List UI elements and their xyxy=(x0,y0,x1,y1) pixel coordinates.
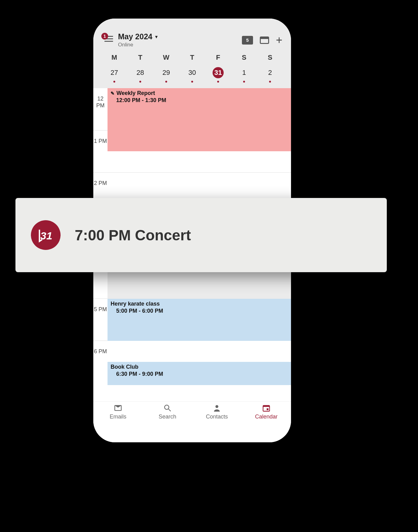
date-cell[interactable]: 30 xyxy=(179,67,205,83)
hour-label: 6 PM xyxy=(93,341,108,355)
tab-contacts[interactable]: Contacts xyxy=(192,404,242,442)
calendar-icon xyxy=(261,404,272,412)
pencil-icon: ✎ xyxy=(111,91,115,96)
calendar-app-icon: 31 xyxy=(31,220,61,250)
weekday-label: W xyxy=(153,54,179,62)
date-cell[interactable]: 1 xyxy=(231,67,257,83)
menu-button[interactable]: 1 xyxy=(104,36,115,45)
header-top-row: 1 May 2024 ▼ Online 5 + xyxy=(99,32,285,48)
event-dot xyxy=(269,81,271,83)
hour-label: 2 PM xyxy=(93,173,108,187)
tab-label: Calendar xyxy=(255,414,277,420)
notification-banner[interactable]: 31 7:00 PM Concert xyxy=(15,198,387,272)
search-icon xyxy=(162,404,173,412)
date-cell[interactable]: 2 xyxy=(257,67,283,83)
tab-label: Search xyxy=(158,414,176,420)
add-event-button[interactable]: + xyxy=(276,35,282,46)
weekday-label: M xyxy=(101,54,127,62)
svg-point-0 xyxy=(165,405,169,410)
month-title: May 2024 xyxy=(118,32,152,41)
hour-label: 12 PM xyxy=(93,88,108,109)
date-cell[interactable]: 31 xyxy=(205,67,231,83)
day-count-badge[interactable]: 5 xyxy=(242,36,253,45)
event-dot xyxy=(139,81,141,83)
date-row: 27 28 29 30 31 1 2 xyxy=(99,65,285,86)
header-actions: 5 + xyxy=(242,35,282,46)
weekday-label: F xyxy=(205,54,231,62)
month-selector[interactable]: May 2024 ▼ Online xyxy=(118,32,158,48)
event-title-text: Henry karate class xyxy=(111,301,160,307)
tab-label: Contacts xyxy=(206,414,228,420)
menu-badge: 1 xyxy=(101,33,108,40)
svg-rect-4 xyxy=(263,405,270,407)
view-toggle-icon[interactable] xyxy=(260,36,269,44)
date-cell[interactable]: 27 xyxy=(101,67,127,83)
event-time-text: 5:00 PM - 6:00 PM xyxy=(116,308,288,314)
event-title-text: Book Club xyxy=(111,364,138,370)
notification-text: 7:00 PM Concert xyxy=(75,227,191,244)
date-cell[interactable]: 28 xyxy=(127,67,153,83)
event-book-club[interactable]: Book Club 6:30 PM - 9:00 PM xyxy=(108,362,291,385)
tab-emails[interactable]: Emails xyxy=(93,404,143,442)
tab-label: Emails xyxy=(110,414,126,420)
svg-rect-5 xyxy=(267,408,268,410)
event-henry-karate[interactable]: Henry karate class 5:00 PM - 6:00 PM xyxy=(108,299,291,341)
weekday-label: T xyxy=(127,54,153,62)
mail-icon xyxy=(113,404,123,412)
bottom-tabs: Emails Search Contacts Calendar xyxy=(93,401,291,442)
event-dot xyxy=(191,81,193,83)
weekday-row: M T W T F S S xyxy=(99,48,285,65)
calendar-header: 1 May 2024 ▼ Online 5 + M T W T F S xyxy=(93,19,291,88)
weekday-label: T xyxy=(179,54,205,62)
weekday-label: S xyxy=(231,54,257,62)
svg-line-1 xyxy=(169,409,171,411)
tab-calendar[interactable]: Calendar xyxy=(242,404,291,442)
hour-label: 1 PM xyxy=(93,131,108,145)
person-icon xyxy=(212,404,222,412)
tab-search[interactable]: Search xyxy=(143,404,192,442)
weekday-label: S xyxy=(257,54,283,62)
event-time-text: 12:00 PM - 1:30 PM xyxy=(116,97,288,104)
event-time-text: 6:30 PM - 9:00 PM xyxy=(116,371,288,377)
event-title-text: Weekly Report xyxy=(116,90,155,97)
date-cell[interactable]: 29 xyxy=(153,67,179,83)
event-dot xyxy=(217,81,219,83)
event-dot xyxy=(165,81,167,83)
event-dot xyxy=(243,81,245,83)
chevron-down-icon: ▼ xyxy=(154,34,158,39)
event-dot xyxy=(113,81,115,83)
connection-status: Online xyxy=(118,42,158,48)
hour-label: 5 PM xyxy=(93,299,108,313)
svg-point-2 xyxy=(215,405,218,408)
